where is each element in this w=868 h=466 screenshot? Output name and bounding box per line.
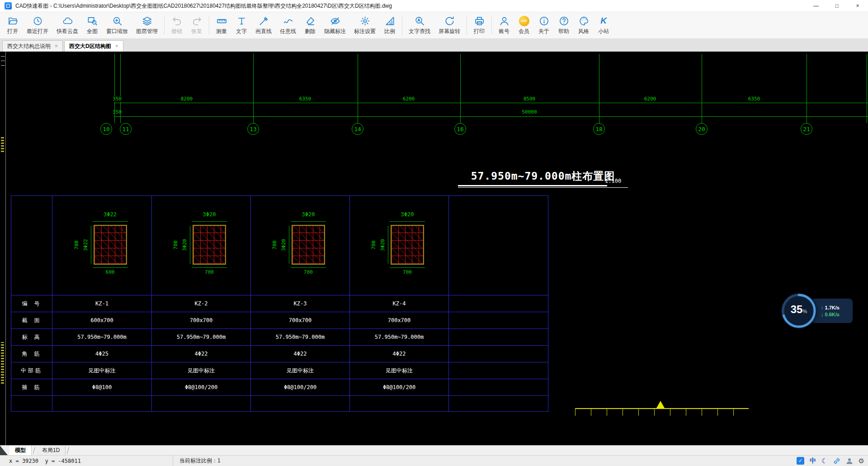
axis-dimension-text: 6350: [298, 96, 312, 102]
tab-layout1[interactable]: 布局1D: [37, 446, 66, 455]
minimize-button[interactable]: —: [806, 0, 826, 12]
drawing-fragment-ruler: [575, 408, 749, 416]
free-line-icon: [283, 16, 293, 26]
toolbar-button-label: 全图: [87, 28, 98, 35]
frame-side-text: [1, 136, 4, 152]
annotation-scale-label: 当前标注比例：1: [173, 456, 221, 466]
download-speed-row: ↓ 0.6K/s: [821, 312, 853, 317]
doc-tab-2[interactable]: 西交大D区结构图×: [64, 40, 123, 52]
toolbar-button-cloud[interactable]: 快看云盘: [52, 14, 82, 37]
toolbar-button-eraser[interactable]: 删除: [300, 14, 320, 37]
link-icon[interactable]: [833, 457, 840, 465]
toolbar-button-text[interactable]: 文字: [231, 14, 251, 37]
grid-axis-line: [867, 54, 867, 123]
toolbar-button-scale-ratio[interactable]: 比例: [380, 14, 400, 37]
toolbar-button-full-view[interactable]: 全图: [82, 14, 102, 37]
rebar-top-label: 3Φ20: [189, 211, 230, 218]
toolbar-button-rotate-screen[interactable]: 屏幕旋转: [434, 14, 464, 37]
corner-marker: [0, 446, 8, 455]
grid-axis-line: [114, 54, 115, 123]
statusbar: x = 39230 y = -458011 当前标注比例：1 ✓ 中 ☾ ⚙: [0, 455, 868, 466]
drawing-canvas[interactable]: 350 50000 101113141618202135082006350620…: [0, 52, 868, 445]
toolbar-button-text-search[interactable]: 文字查找: [405, 14, 434, 37]
dimension-line: [388, 226, 388, 264]
input-method-icon[interactable]: 中: [810, 457, 816, 465]
toolbar-button-layers[interactable]: 图层管理: [132, 14, 162, 37]
frame-tick: [1, 61, 5, 61]
tab-close-icon[interactable]: ×: [115, 43, 118, 49]
toolbar-button-recent-clock[interactable]: 最近打开: [23, 14, 52, 37]
toolbar-button-label: 画直线: [255, 28, 272, 35]
window-zoom-icon: [112, 16, 123, 26]
drawing-marker-triangle: [656, 401, 665, 408]
net-speed-widget[interactable]: ↑ 1.7K/s ↓ 0.6K/s 35 %: [781, 293, 858, 329]
grid-bubble[interactable]: 16: [454, 123, 466, 135]
doc-tab-1[interactable]: 西交大结构总说明×: [2, 40, 63, 52]
table-cell-elevation: 57.950m~79.000m: [152, 329, 250, 345]
settings-gear-icon[interactable]: ⚙: [859, 457, 864, 465]
annotation-settings-icon: [360, 16, 370, 26]
toolbar-button-redo[interactable]: 恢复: [187, 14, 207, 37]
toolbar-button-printer[interactable]: 打印: [469, 14, 489, 37]
dimension-line: [291, 267, 326, 268]
toolbar-button-about-info[interactable]: 关于: [534, 14, 554, 37]
usage-percent-ball[interactable]: 35 %: [781, 293, 816, 328]
rebar-side-label: 3Φ20: [182, 231, 188, 258]
close-button[interactable]: ×: [847, 0, 868, 12]
maximize-button[interactable]: □: [826, 0, 847, 12]
toolbar-button-label: 恢复: [191, 28, 202, 35]
toolbar-separator: [402, 16, 402, 35]
toolbar-button-measure-ruler[interactable]: 测量: [212, 14, 231, 37]
grid-bubble[interactable]: 10: [100, 123, 112, 135]
toolbar: 打开最近打开快看云盘全图窗口缩放图层管理撤销恢复测量文字画直线任意线删除隐藏标注…: [0, 12, 868, 39]
percent-sign: %: [802, 309, 807, 314]
night-mode-icon[interactable]: ☾: [821, 457, 827, 465]
grid-bubble[interactable]: 18: [593, 123, 605, 135]
toolbar-button-annotation-settings[interactable]: 标注设置: [350, 14, 380, 37]
toolbar-button-label: 删除: [305, 28, 316, 35]
rotate-screen-icon: [444, 16, 455, 26]
grid-bubble[interactable]: 13: [247, 123, 259, 135]
rebar-top-label: 3Φ20: [387, 211, 428, 218]
row-label: 角 筋: [11, 346, 52, 362]
table-cell-elevation: 57.950m~79.000m: [251, 329, 349, 345]
toolbar-button-label: 打印: [474, 28, 485, 35]
toolbar-button-style-palette[interactable]: 风格: [574, 14, 594, 37]
grid-axis-line: [807, 54, 807, 123]
sync-check-icon[interactable]: ✓: [797, 457, 804, 465]
vip-badge-text: VIP: [521, 19, 527, 23]
user-icon[interactable]: [846, 457, 853, 465]
toolbar-button-label: 打开: [7, 28, 18, 35]
section-figure-cell: 3Φ207003Φ20700: [251, 196, 349, 295]
empty-cell: [449, 379, 548, 395]
grid-bubble[interactable]: 11: [120, 123, 132, 135]
table-cell-name: KZ-1: [52, 295, 151, 312]
toolbar-button-undo[interactable]: 撤销: [167, 14, 187, 37]
grid-axis-line: [114, 103, 868, 103]
table-cell-name: KZ-4: [350, 295, 448, 312]
grid-bubble[interactable]: 14: [352, 123, 363, 135]
toolbar-button-help-question[interactable]: 帮助: [554, 14, 574, 37]
row-label: 中部筋: [11, 362, 52, 379]
toolbar-button-open-folder[interactable]: 打开: [3, 14, 23, 37]
tab-model[interactable]: 模型: [9, 446, 32, 455]
tab-close-icon[interactable]: ×: [55, 43, 58, 49]
download-speed: 0.6K/s: [825, 312, 840, 317]
toolbar-button-window-zoom[interactable]: 窗口缩放: [102, 14, 132, 37]
frame-tick: [1, 56, 5, 57]
toolbar-button-hide-annotation[interactable]: 隐藏标注: [320, 14, 350, 37]
toolbar-button-vip-badge[interactable]: VIP会员: [514, 14, 534, 37]
text-icon: [236, 16, 247, 26]
layers-icon: [142, 16, 152, 26]
toolbar-button-account-person[interactable]: 账号: [494, 14, 514, 37]
grid-bubble[interactable]: 20: [696, 123, 708, 135]
toolbar-button-site-k[interactable]: K小站: [594, 14, 613, 37]
window-title: CAD快速看图 - C:\Users\Administrator\Desktop…: [15, 2, 806, 10]
tab-divider: [33, 447, 36, 454]
grid-axis-line: [599, 54, 599, 123]
toolbar-button-draw-line[interactable]: 画直线: [251, 14, 276, 37]
grid-bubble[interactable]: 21: [801, 123, 812, 135]
toolbar-button-free-line[interactable]: 任意线: [276, 14, 300, 37]
table-cell-section: 700x700: [251, 312, 349, 328]
table-cell-stirrups: Φ8@100: [52, 379, 151, 395]
